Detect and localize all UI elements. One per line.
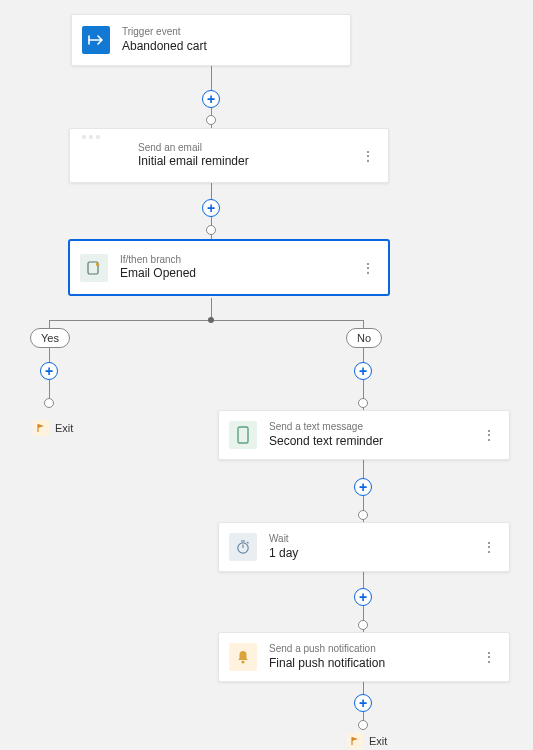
step-terminator-dot xyxy=(358,720,368,730)
push-card[interactable]: Send a push notification Final push noti… xyxy=(218,632,510,682)
email-type-label: Send an email xyxy=(138,142,358,155)
connector-branch-horizontal xyxy=(49,320,363,321)
email-card[interactable]: ▧ ▧ ▧ Send an email Initial email remind… xyxy=(69,128,389,183)
add-step-button[interactable]: + xyxy=(202,90,220,108)
branch-pill-no-label: No xyxy=(357,332,371,344)
svg-rect-2 xyxy=(238,427,248,443)
step-terminator-dot xyxy=(358,620,368,630)
flag-icon xyxy=(33,420,49,436)
wait-title-label: 1 day xyxy=(269,546,479,561)
stopwatch-icon xyxy=(229,533,257,561)
sms-type-label: Send a text message xyxy=(269,421,479,434)
more-actions-icon[interactable]: ⋮ xyxy=(479,539,499,555)
svg-point-7 xyxy=(241,660,244,663)
email-title-label: Initial email reminder xyxy=(138,154,358,169)
wait-card[interactable]: Wait 1 day ⋮ xyxy=(218,522,510,572)
bell-icon xyxy=(229,643,257,671)
exit-label: Exit xyxy=(369,735,387,747)
branch-pill-yes-label: Yes xyxy=(41,332,59,344)
more-actions-icon[interactable]: ⋮ xyxy=(479,427,499,443)
step-terminator-dot xyxy=(206,115,216,125)
sms-card[interactable]: Send a text message Second text reminder… xyxy=(218,410,510,460)
step-terminator-dot xyxy=(358,398,368,408)
trigger-title-label: Abandoned cart xyxy=(122,39,340,54)
add-step-button-yes[interactable]: + xyxy=(40,362,58,380)
more-actions-icon[interactable]: ⋮ xyxy=(479,649,499,665)
exit-marker-yes: Exit xyxy=(33,420,73,436)
branch-join-dot xyxy=(208,317,214,323)
exit-label: Exit xyxy=(55,422,73,434)
step-terminator-dot xyxy=(44,398,54,408)
sms-title-label: Second text reminder xyxy=(269,434,479,449)
branch-card[interactable]: If/then branch Email Opened ⋮ xyxy=(69,240,389,295)
branch-pill-no: No xyxy=(346,328,382,348)
add-step-button[interactable]: + xyxy=(354,588,372,606)
wait-type-label: Wait xyxy=(269,533,479,546)
branch-icon xyxy=(80,254,108,282)
svg-line-6 xyxy=(247,542,249,543)
add-step-button[interactable]: + xyxy=(354,694,372,712)
add-step-button-no[interactable]: + xyxy=(354,362,372,380)
step-terminator-dot xyxy=(206,225,216,235)
push-type-label: Send a push notification xyxy=(269,643,479,656)
branch-pill-yes: Yes xyxy=(30,328,70,348)
step-terminator-dot xyxy=(358,510,368,520)
add-step-button[interactable]: + xyxy=(354,478,372,496)
add-step-button[interactable]: + xyxy=(202,199,220,217)
more-actions-icon[interactable]: ⋮ xyxy=(358,260,378,276)
email-preview-thumb: ▧ ▧ ▧ xyxy=(82,135,128,157)
push-title-label: Final push notification xyxy=(269,656,479,671)
flag-icon xyxy=(347,733,363,749)
mobile-phone-icon xyxy=(229,421,257,449)
trigger-icon xyxy=(82,26,110,54)
branch-title-label: Email Opened xyxy=(120,266,358,281)
more-actions-icon[interactable]: ⋮ xyxy=(358,148,378,164)
exit-marker-no: Exit xyxy=(347,733,387,749)
trigger-card[interactable]: Trigger event Abandoned cart xyxy=(71,14,351,66)
branch-type-label: If/then branch xyxy=(120,254,358,267)
trigger-type-label: Trigger event xyxy=(122,26,340,39)
